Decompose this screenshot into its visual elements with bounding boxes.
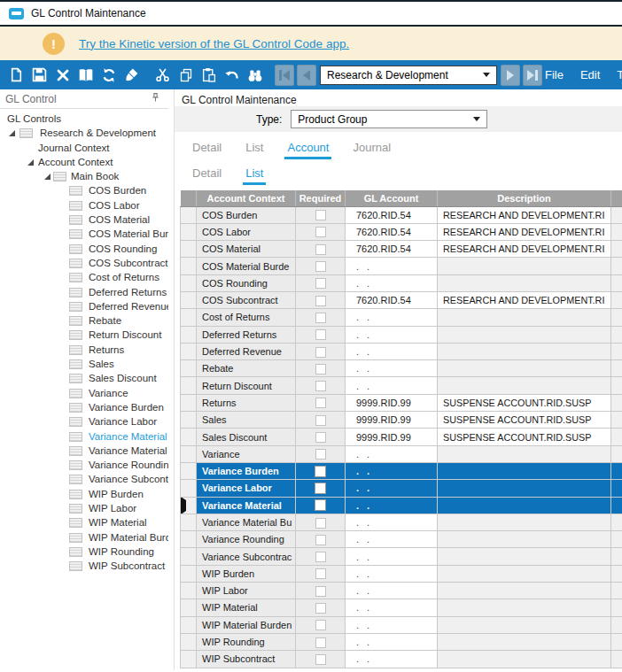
cell-gl-account[interactable]: 7620.RID.54	[346, 241, 438, 258]
cell-account-context[interactable]: Deferred Revenue	[197, 343, 296, 359]
row-selector-cell[interactable]	[181, 206, 197, 223]
save-icon[interactable]	[28, 64, 51, 87]
cut-icon[interactable]	[152, 64, 174, 87]
tree-item-variance-material[interactable]: Variance Material	[0, 429, 168, 444]
tree-item-variance[interactable]: Variance	[0, 386, 168, 400]
cell-account-context[interactable]: Variance Material	[197, 497, 296, 514]
required-checkbox[interactable]	[315, 518, 326, 529]
tree-item-deferred-revenue[interactable]: Deferred Revenue	[0, 299, 168, 313]
tree-item-wip-burden[interactable]: WIP Burden	[0, 487, 168, 501]
cell-description[interactable]	[438, 377, 611, 394]
required-checkbox[interactable]	[315, 347, 326, 358]
tree-item-research-development[interactable]: Research & Development	[0, 126, 168, 140]
outer-tab-journal[interactable]: Journal	[350, 140, 393, 157]
cell-account-context[interactable]: Returns	[197, 394, 296, 411]
cell-gl-account[interactable]: . .	[346, 445, 438, 462]
cell-gl-account[interactable]: . .	[346, 360, 438, 377]
cell-gl-account[interactable]: . .	[346, 514, 438, 530]
row-selector-cell[interactable]	[181, 377, 197, 394]
cell-account-context[interactable]: Return Discount	[197, 377, 296, 394]
outer-tab-account[interactable]: Account	[284, 140, 331, 159]
cell-account-context[interactable]: COS Subcontract	[197, 291, 296, 308]
required-checkbox[interactable]	[315, 278, 326, 289]
tree-item-main-book[interactable]: Main Book	[0, 169, 168, 183]
cell-account-context[interactable]: Rebate	[197, 360, 296, 377]
tree-item-rebate[interactable]: Rebate	[0, 313, 168, 328]
cell-gl-account[interactable]: . .	[346, 531, 438, 548]
cell-gl-account[interactable]: 7620.RID.54	[346, 223, 438, 240]
clear-icon[interactable]	[121, 64, 143, 87]
cell-account-context[interactable]: Variance Rounding	[197, 531, 296, 548]
cell-gl-account[interactable]: . .	[346, 583, 438, 599]
cell-description[interactable]: RESEARCH AND DEVELOPMENT.RI	[438, 241, 611, 258]
cell-description[interactable]	[438, 497, 611, 514]
pin-icon[interactable]	[150, 92, 161, 106]
required-checkbox[interactable]	[315, 415, 326, 426]
tree-item-journal-context[interactable]: Journal Context	[0, 141, 168, 155]
cell-description[interactable]	[438, 583, 611, 599]
column-header-required[interactable]: Required	[296, 190, 346, 206]
row-selector-cell[interactable]	[181, 599, 197, 616]
row-selector-cell[interactable]	[181, 223, 197, 240]
row-selector-cell[interactable]	[181, 633, 197, 650]
required-checkbox[interactable]	[315, 586, 326, 597]
cell-gl-account[interactable]: . .	[346, 480, 438, 497]
cell-gl-account[interactable]: . .	[346, 258, 438, 274]
tree-item-returns[interactable]: Returns	[0, 343, 168, 357]
find-icon[interactable]	[244, 64, 266, 87]
required-checkbox[interactable]	[315, 364, 326, 375]
cell-description[interactable]	[438, 445, 611, 462]
tree-item-variance-material[interactable]: Variance Material	[0, 444, 168, 458]
tree-item-account-context[interactable]: Account Context	[0, 155, 168, 169]
required-checkbox[interactable]	[315, 568, 326, 579]
tree-item-wip-rounding[interactable]: WIP Rounding	[0, 545, 168, 559]
required-checkbox[interactable]	[315, 244, 326, 255]
cell-description[interactable]	[438, 531, 611, 548]
tree-item-variance-burden[interactable]: Variance Burden	[0, 400, 168, 414]
tree-item-cos-subcontract[interactable]: COS Subcontract	[0, 256, 168, 270]
cell-description[interactable]	[438, 258, 611, 274]
row-selector-cell[interactable]	[181, 514, 197, 530]
row-selector-cell[interactable]	[181, 309, 197, 326]
cell-description[interactable]	[438, 514, 611, 530]
paste-icon[interactable]	[198, 64, 220, 87]
row-selector-cell[interactable]	[181, 326, 197, 343]
required-checkbox[interactable]	[315, 654, 326, 665]
cell-description[interactable]	[438, 343, 611, 359]
required-checkbox[interactable]	[315, 535, 326, 545]
tree-item-return-discount[interactable]: Return Discount	[0, 328, 168, 342]
row-selector-cell[interactable]	[181, 565, 197, 582]
cell-gl-account[interactable]: . .	[346, 616, 438, 633]
menu-file[interactable]: File	[545, 68, 564, 81]
column-header-gl-account[interactable]: GL Account	[346, 190, 438, 206]
cell-account-context[interactable]: WIP Labor	[197, 583, 296, 599]
last-record-button[interactable]	[523, 65, 542, 86]
column-header-description[interactable]: Description	[438, 190, 611, 206]
cell-description[interactable]	[438, 462, 611, 479]
inner-tab-list[interactable]: List	[243, 166, 266, 185]
cell-account-context[interactable]: Variance Subcontrac	[197, 548, 296, 565]
cell-account-context[interactable]: Variance	[197, 445, 296, 462]
row-selector-cell[interactable]	[181, 343, 197, 359]
tree-item-cost-of-returns[interactable]: Cost of Returns	[0, 270, 168, 284]
required-checkbox[interactable]	[315, 381, 326, 391]
cell-account-context[interactable]: COS Rounding	[197, 274, 296, 291]
tree-item-variance-subcontr[interactable]: Variance Subcontr	[0, 472, 168, 486]
required-checkbox[interactable]	[315, 398, 326, 408]
row-selector-cell[interactable]	[181, 274, 197, 291]
inner-tab-detail[interactable]: Detail	[190, 166, 224, 182]
cell-account-context[interactable]: WIP Material Burden	[197, 616, 296, 633]
cell-account-context[interactable]: COS Material	[197, 241, 296, 258]
required-checkbox[interactable]	[315, 210, 326, 220]
row-selector-cell[interactable]	[181, 394, 197, 411]
tree-item-cos-rounding[interactable]: COS Rounding	[0, 242, 168, 256]
cell-description[interactable]	[438, 326, 611, 343]
cell-gl-account[interactable]: . .	[346, 651, 438, 668]
row-selector-cell[interactable]	[181, 480, 197, 497]
tree-item-cos-burden[interactable]: COS Burden	[0, 183, 168, 197]
row-selector-cell[interactable]	[181, 616, 197, 633]
required-checkbox[interactable]	[315, 620, 326, 630]
required-checkbox[interactable]	[315, 483, 326, 494]
required-checkbox[interactable]	[315, 499, 326, 511]
cell-account-context[interactable]: Deferred Returns	[197, 326, 296, 343]
